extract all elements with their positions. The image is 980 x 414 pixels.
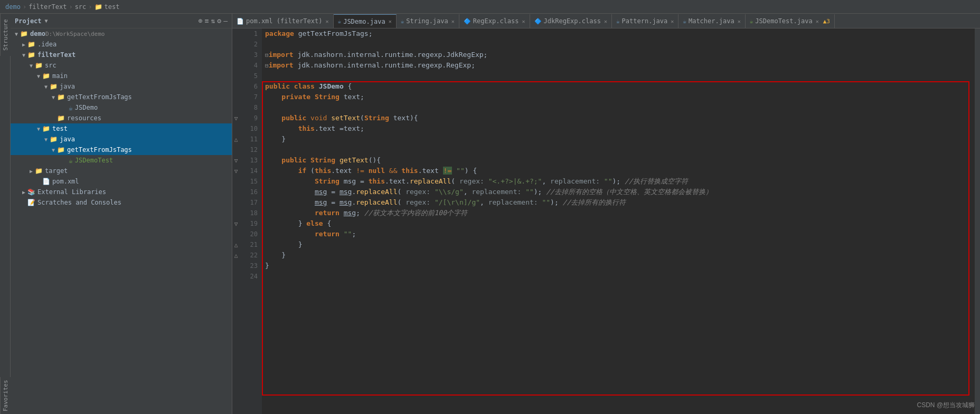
structure-tab[interactable]: Structure — [0, 14, 11, 56]
gutter-24 — [232, 271, 240, 282]
tab-warning-jsdemotest: ▲3 — [823, 18, 830, 25]
line-num-8: 8 — [240, 102, 258, 113]
code-line-1: package getTextFromJsTags; — [265, 28, 975, 39]
line-num-10: 10 — [240, 123, 258, 134]
gutter-3 — [232, 50, 240, 60]
tab-close-matcher[interactable]: ✕ — [738, 18, 741, 24]
tree-item-test[interactable]: ▼ 📁 test — [11, 123, 232, 134]
tree-item-src[interactable]: ▼ 📁 src — [11, 60, 232, 71]
line-num-16: 16 — [240, 187, 258, 197]
tree-item-pomxml[interactable]: 📄 pom.xml — [11, 176, 232, 187]
tab-pomxml[interactable]: 📄 pom.xml (filterText) ✕ — [232, 14, 334, 28]
dropdown-arrow[interactable]: ▼ — [45, 18, 48, 24]
tab-icon-pom: 📄 — [237, 18, 244, 25]
tree-item-java-main[interactable]: ▼ 📁 java — [11, 81, 232, 92]
tree-item-scratches[interactable]: 📝 Scratches and Consoles — [11, 197, 232, 208]
tab-close-string[interactable]: ✕ — [451, 18, 455, 24]
extlib-icon: 📚 — [27, 188, 35, 196]
gutter-7 — [232, 92, 240, 102]
folder-icon-java-test: 📁 — [50, 136, 58, 143]
code-line-12 — [265, 145, 975, 155]
locate-icon[interactable]: ⊕ — [199, 17, 203, 25]
folder-icon-main: 📁 — [42, 72, 50, 80]
tab-close-jsdemo[interactable]: ✕ — [389, 18, 392, 24]
collapse-icon[interactable]: ≡ — [205, 17, 209, 25]
tree-label-filtertext: filterText — [37, 51, 76, 59]
gutter-11: △ — [232, 134, 240, 145]
code-line-8 — [265, 102, 975, 113]
tree-item-jsdemo[interactable]: ☕ JSDemo — [11, 102, 232, 113]
line-numbers: 1 2 3 4 5 6 7 8 9 10 11 12 13 14 15 16 1… — [240, 28, 262, 414]
tab-close-regexp-class[interactable]: ✕ — [522, 18, 525, 24]
code-line-10: this.text =text; — [265, 123, 975, 134]
tree-item-jsdemotestfile[interactable]: ☕ JSDemoTest — [11, 155, 232, 166]
line-num-17: 17 — [240, 197, 258, 208]
breadcrumb-filtertext[interactable]: filterText — [29, 3, 67, 11]
line-num-24: 24 — [240, 271, 258, 282]
tree-item-gettextfromjstags-test[interactable]: ▼ 📁 getTextFromJsTags — [11, 145, 232, 155]
tab-icon-string: ☕ — [401, 18, 404, 25]
editor-gutter: ▽ △ ▽ ▽ ▽ △ △ — [232, 28, 240, 414]
tab-close-jsdemotest[interactable]: ✕ — [816, 18, 819, 24]
tree-label-idea: .idea — [37, 41, 56, 48]
minimize-icon[interactable]: — — [223, 17, 228, 25]
tab-close-pom[interactable]: ✕ — [326, 18, 329, 24]
favorites-tab[interactable]: Favorites — [0, 377, 11, 414]
panel-header: Project ▼ ⊕ ≡ ⇅ ⚙ — — [11, 14, 232, 28]
scratch-icon: 📝 — [27, 199, 35, 206]
right-panel: 📄 pom.xml (filterText) ✕ ☕ JSDemo.java ✕… — [232, 14, 980, 414]
line-num-4: 4 — [240, 60, 258, 71]
tab-label-pattern: Pattern.java — [622, 17, 668, 25]
breadcrumb-test[interactable]: test — [105, 3, 120, 11]
side-tabs: Structure Favorites — [0, 14, 11, 414]
tab-close-jdkregexp-class[interactable]: ✕ — [604, 18, 607, 24]
tree-item-gettextfromjstags-main[interactable]: ▼ 📁 getTextFromJsTags — [11, 92, 232, 102]
tab-pattern[interactable]: ☕ Pattern.java ✕ — [612, 14, 679, 28]
tree-item-target[interactable]: ▶ 📁 target — [11, 166, 232, 176]
tab-jsdemotestfile[interactable]: ☕ JSDemoTest.java ✕ ▲3 — [746, 14, 835, 28]
gutter-13: ▽ — [232, 155, 240, 166]
line-num-9: 9 — [240, 113, 258, 123]
code-line-7: private String text; — [265, 92, 975, 102]
line-num-12: 12 — [240, 145, 258, 155]
line-num-7: 7 — [240, 92, 258, 102]
code-line-11: } — [265, 134, 975, 145]
editor-scrollbar[interactable] — [975, 28, 980, 414]
tree-item-demo[interactable]: ▼ 📁 demo D:\WorkSpace\demo — [11, 28, 232, 39]
tab-jsdemo[interactable]: ☕ JSDemo.java ✕ — [334, 14, 397, 28]
tree-item-filtertext[interactable]: ▼ 📁 filterText — [11, 50, 232, 60]
tab-jdkregexp-class[interactable]: 🔷 JdkRegExp.class ✕ — [530, 14, 612, 28]
line-num-5: 5 — [240, 71, 258, 81]
tree-item-idea[interactable]: ▶ 📁 .idea — [11, 39, 232, 50]
tree-item-main[interactable]: ▼ 📁 main — [11, 71, 232, 81]
tree-label-test: test — [52, 125, 68, 132]
folder-icon-resources: 📁 — [57, 114, 65, 122]
breadcrumb-src[interactable]: src — [75, 3, 87, 11]
tree-label-demo: demo — [30, 30, 45, 37]
tree-label-target: target — [45, 167, 68, 175]
gutter-1 — [232, 28, 240, 39]
tab-icon-jdkregexp-class: 🔷 — [534, 18, 542, 25]
gutter-8 — [232, 102, 240, 113]
tab-close-pattern[interactable]: ✕ — [671, 18, 674, 24]
tree-item-resources[interactable]: 📁 resources — [11, 113, 232, 123]
tab-matcher[interactable]: ☕ Matcher.java ✕ — [679, 14, 745, 28]
line-num-14: 14 — [240, 166, 258, 176]
folder-icon-demo: 📁 — [20, 30, 28, 37]
tab-regexp-class[interactable]: 🔷 RegExp.class ✕ — [459, 14, 530, 28]
code-line-20: return ""; — [265, 229, 975, 239]
code-editor[interactable]: package getTextFromJsTags; ⊟import jdk.n… — [262, 28, 975, 414]
tree-item-java-test[interactable]: ▼ 📁 java — [11, 134, 232, 145]
code-line-22: } — [265, 250, 975, 261]
settings-icon[interactable]: ⚙ — [217, 17, 221, 25]
sort-icon[interactable]: ⇅ — [211, 17, 215, 25]
tree-item-extlibs[interactable]: ▶ 📚 External Libraries — [11, 187, 232, 197]
tab-string[interactable]: ☕ String.java ✕ — [397, 14, 459, 28]
line-num-13: 13 — [240, 155, 258, 166]
breadcrumb-demo[interactable]: demo — [5, 3, 21, 11]
tab-label-regexp-class: RegExp.class — [473, 17, 519, 25]
gutter-6 — [232, 81, 240, 92]
tab-label-jsdemo: JSDemo.java — [343, 18, 385, 25]
gutter-9: ▽ — [232, 113, 240, 123]
tab-icon-jsdemotest: ☕ — [750, 18, 753, 25]
